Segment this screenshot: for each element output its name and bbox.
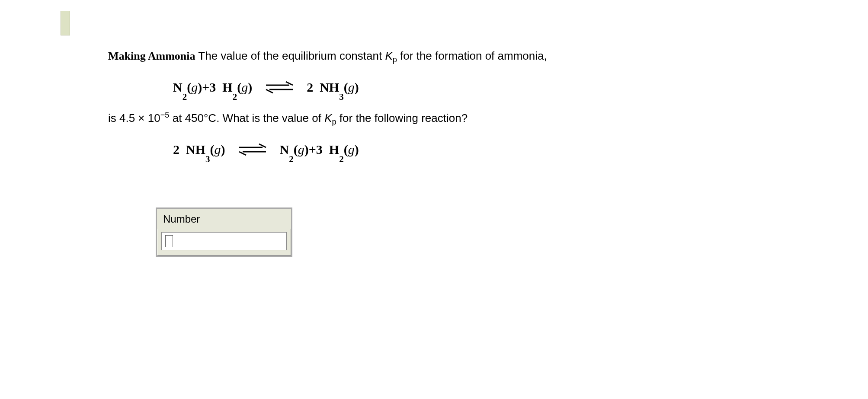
equilibrium-arrow-icon — [237, 142, 268, 157]
equation-1: N2(g) + 3 H2(g) 2 NH3(g) — [173, 77, 627, 97]
value-exponent: −5 — [160, 111, 170, 119]
intro-paragraph: Making Ammonia The value of the equilibr… — [108, 48, 627, 64]
kp-symbol: K — [385, 49, 392, 62]
eq1-h2: H — [222, 77, 232, 97]
value-prefix: is 4.5 × 10 — [108, 112, 160, 124]
tab-stub — [61, 11, 70, 35]
eq2-n2: N — [280, 140, 289, 159]
answer-input[interactable] — [161, 232, 287, 250]
equation-2: 2 NH3(g) N2(g) + 3 H2(g) — [173, 140, 627, 159]
eq1-n2: N — [173, 77, 183, 97]
eq1-nh3: NH — [320, 77, 339, 97]
intro-text-2: for the formation of ammonia, — [397, 49, 547, 62]
eq2-nh3: NH — [186, 140, 205, 159]
answer-box: Number — [156, 207, 292, 257]
eq2-h2: H — [329, 140, 339, 159]
question-content: Making Ammonia The value of the equilibr… — [108, 48, 627, 172]
value-suffix: at 450°C. What is the value of — [169, 112, 324, 124]
equilibrium-arrow-icon — [264, 80, 295, 95]
kp-sub: p — [393, 55, 397, 64]
value-paragraph: is 4.5 × 10−5 at 450°C. What is the valu… — [108, 110, 627, 127]
intro-text-1: The value of the equilibrium constant — [195, 49, 385, 62]
input-cursor-icon — [165, 235, 173, 247]
problem-title: Making Ammonia — [108, 50, 195, 62]
question-tail: for the following reaction? — [336, 112, 468, 124]
answer-label: Number — [157, 209, 291, 229]
